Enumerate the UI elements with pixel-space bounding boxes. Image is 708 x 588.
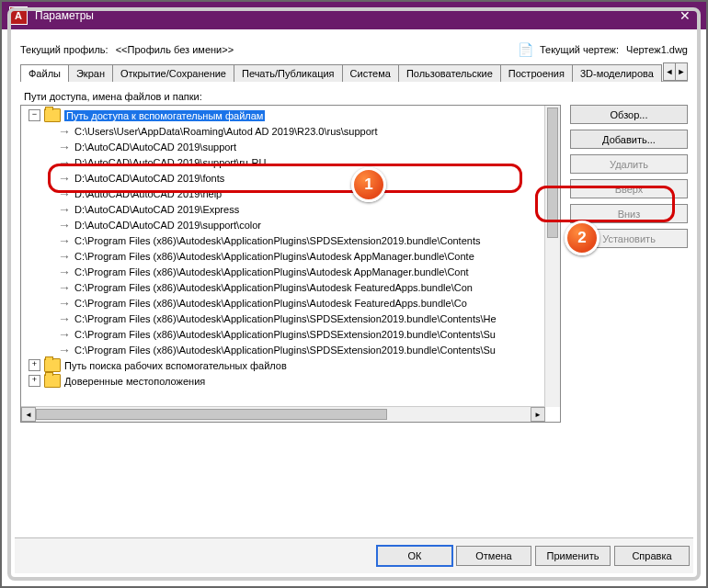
side-buttons: Обзор... Добавить... Удалить Вверх Вниз … (570, 105, 688, 423)
tree-node-label: Путь поиска рабочих вспомогательных файл… (64, 360, 287, 371)
tab-screen[interactable]: Экран (68, 64, 113, 82)
tab-user[interactable]: Пользовательские (398, 64, 501, 82)
tree-node-label: Путь доступа к вспомогательным файлам (64, 110, 265, 121)
path-text: C:\Program Files (x86)\Autodesk\Applicat… (74, 345, 496, 356)
tree-path-item[interactable]: →C:\Program Files (x86)\Autodesk\Applica… (21, 326, 545, 342)
callout-badge-1: 1 (351, 167, 386, 202)
arrow-icon: → (58, 283, 71, 292)
add-button[interactable]: Добавить... (570, 130, 688, 149)
paths-tree[interactable]: − Путь доступа к вспомогательным файлам … (20, 105, 561, 423)
arrow-icon: → (58, 189, 71, 198)
titlebar: A Параметры ✕ (2, 2, 706, 29)
folder-icon (44, 108, 61, 122)
collapse-icon[interactable]: − (29, 109, 40, 121)
scrollbar-horizontal[interactable]: ◄ ► (21, 406, 545, 422)
path-text: C:\Program Files (x86)\Autodesk\Applicat… (74, 266, 469, 277)
help-button[interactable]: Справка (614, 546, 690, 566)
path-text: C:\Program Files (x86)\Autodesk\Applicat… (74, 313, 497, 324)
arrow-icon: → (58, 236, 71, 245)
scroll-left-icon[interactable]: ◄ (21, 407, 36, 422)
remove-button[interactable]: Удалить (570, 154, 688, 174)
tree-path-item[interactable]: →D:\AutoCAD\AutoCAD 2019\Express (21, 201, 545, 217)
tree-path-item[interactable]: →D:\AutoCAD\AutoCAD 2019\fonts (21, 170, 545, 186)
dialog-buttons: ОК Отмена Применить Справка (15, 537, 693, 573)
arrow-icon: → (58, 158, 71, 167)
current-profile-value: <<Профиль без имени>> (116, 44, 234, 55)
path-text: D:\AutoCAD\AutoCAD 2019\support\ru-RU (74, 157, 266, 168)
path-text: D:\AutoCAD\AutoCAD 2019\support\color (74, 220, 261, 231)
tree-path-item[interactable]: →C:\Users\User\AppData\Roaming\Autod AD … (21, 123, 545, 139)
tree-path-item[interactable]: →C:\Program Files (x86)\Autodesk\Applica… (21, 279, 545, 295)
app-icon: A (9, 6, 28, 25)
tree-node-working-paths[interactable]: + Путь поиска рабочих вспомогательных фа… (21, 357, 545, 373)
scroll-right-icon[interactable]: ► (531, 407, 545, 422)
arrow-icon: → (58, 252, 71, 261)
tabs-row: Файлы Экран Открытие/Сохранение Печать/П… (20, 61, 688, 82)
path-text: C:\Program Files (x86)\Autodesk\Applicat… (74, 235, 480, 246)
tree-path-item[interactable]: →C:\Program Files (x86)\Autodesk\Applica… (21, 311, 545, 326)
movedown-button[interactable]: Вниз (570, 204, 688, 223)
callout-badge-2: 2 (565, 220, 600, 255)
arrow-icon: → (58, 330, 71, 339)
path-text: C:\Program Files (x86)\Autodesk\Applicat… (74, 298, 467, 309)
arrow-icon: → (58, 174, 71, 183)
scroll-thumb[interactable] (36, 409, 387, 420)
tree-path-item[interactable]: →D:\AutoCAD\AutoCAD 2019\support\color (21, 217, 545, 232)
arrow-icon: → (58, 345, 71, 355)
tab-open-save[interactable]: Открытие/Сохранение (112, 64, 234, 82)
path-text: C:\Program Files (x86)\Autodesk\Applicat… (74, 329, 496, 340)
path-text: D:\AutoCAD\AutoCAD 2019\support (74, 141, 236, 153)
tab-scroll-left[interactable]: ◄ (663, 62, 676, 81)
tab-system[interactable]: Система (342, 64, 399, 82)
moveup-button[interactable]: Вверх (570, 179, 688, 198)
arrow-icon: → (58, 314, 71, 323)
section-label: Пути доступа, имена файлов и папки: (24, 91, 688, 102)
tab-scroll-right[interactable]: ► (675, 62, 688, 81)
ok-button[interactable]: ОК (377, 546, 452, 566)
arrow-icon: → (58, 205, 71, 214)
current-drawing-label: Текущий чертеж: (540, 44, 619, 55)
folder-icon (44, 374, 61, 388)
tree-node-support-paths[interactable]: − Путь доступа к вспомогательным файлам (21, 107, 545, 123)
tree-path-item[interactable]: →D:\AutoCAD\AutoCAD 2019\help (21, 186, 545, 201)
path-text: C:\Program Files (x86)\Autodesk\Applicat… (74, 282, 473, 293)
tree-node-label: Доверенные местоположения (64, 376, 205, 387)
close-icon: ✕ (679, 8, 691, 23)
expand-icon[interactable]: + (29, 375, 40, 387)
path-text: C:\Users\User\AppData\Roaming\Autod AD 2… (74, 126, 378, 137)
folder-icon (44, 358, 61, 372)
window-title: Параметры (35, 9, 671, 22)
tree-path-item[interactable]: →C:\Program Files (x86)\Autodesk\Applica… (21, 232, 545, 248)
tree-path-item[interactable]: →C:\Program Files (x86)\Autodesk\Applica… (21, 264, 545, 279)
profile-row: Текущий профиль: <<Профиль без имени>> 📄… (20, 42, 688, 57)
tab-files[interactable]: Файлы (20, 64, 69, 82)
path-text: D:\AutoCAD\AutoCAD 2019\fonts (74, 173, 224, 184)
tree-path-item[interactable]: →C:\Program Files (x86)\Autodesk\Applica… (21, 248, 545, 264)
arrow-icon: → (58, 267, 71, 277)
expand-icon[interactable]: + (29, 359, 40, 371)
path-text: C:\Program Files (x86)\Autodesk\Applicat… (74, 251, 474, 262)
tree-path-item[interactable]: →C:\Program Files (x86)\Autodesk\Applica… (21, 295, 545, 311)
arrow-icon: → (58, 299, 71, 308)
tree-content: − Путь доступа к вспомогательным файлам … (21, 106, 545, 407)
arrow-icon: → (58, 220, 71, 230)
current-profile-label: Текущий профиль: (20, 44, 108, 55)
arrow-icon: → (58, 127, 71, 136)
browse-button[interactable]: Обзор... (570, 105, 688, 124)
tree-path-item[interactable]: →C:\Program Files (x86)\Autodesk\Applica… (21, 342, 545, 357)
cancel-button[interactable]: Отмена (456, 546, 531, 566)
tree-path-item[interactable]: →D:\AutoCAD\AutoCAD 2019\support (21, 139, 545, 154)
tab-3d[interactable]: 3D-моделирова (572, 64, 662, 82)
arrow-icon: → (58, 142, 71, 152)
scrollbar-vertical[interactable] (544, 106, 560, 407)
path-text: D:\AutoCAD\AutoCAD 2019\help (74, 188, 222, 199)
close-button[interactable]: ✕ (671, 2, 699, 29)
tree-path-item[interactable]: →D:\AutoCAD\AutoCAD 2019\support\ru-RU (21, 154, 545, 170)
scroll-thumb[interactable] (547, 107, 558, 238)
current-drawing-value: Чертеж1.dwg (626, 44, 688, 55)
tab-drafting[interactable]: Построения (500, 64, 573, 82)
tree-node-trusted[interactable]: + Доверенные местоположения (21, 373, 545, 389)
tab-print[interactable]: Печать/Публикация (234, 64, 343, 82)
apply-button[interactable]: Применить (535, 546, 611, 566)
drawing-icon: 📄 (518, 42, 532, 57)
